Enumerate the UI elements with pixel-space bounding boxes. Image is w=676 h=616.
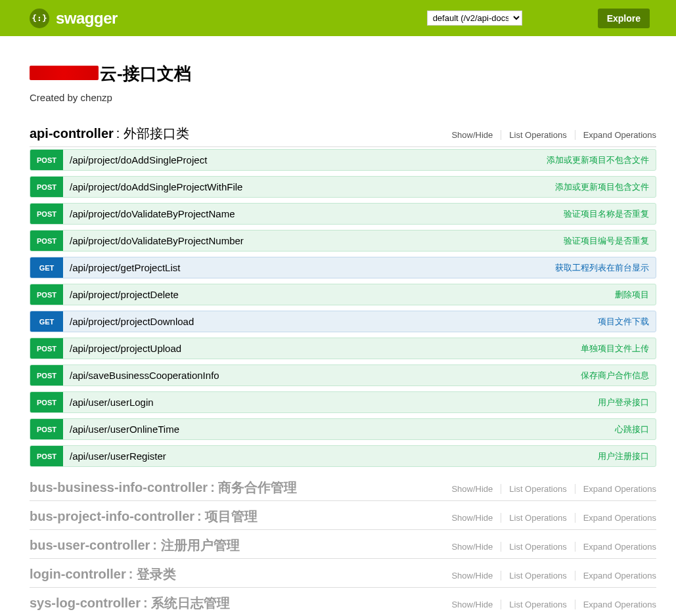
http-method-badge: POST [30, 419, 63, 439]
show-hide-link[interactable]: Show/Hide [443, 542, 501, 552]
endpoint-path[interactable]: /api/project/doValidateByProjectNumber [63, 235, 564, 246]
endpoint-summary[interactable]: 心跳接口 [615, 424, 656, 435]
http-method-badge: POST [30, 284, 63, 305]
endpoint-summary[interactable]: 项目文件下载 [598, 316, 656, 328]
http-method-badge: POST [30, 446, 63, 466]
endpoint-path[interactable]: /api/project/getProjectList [63, 262, 555, 273]
list-operations-link[interactable]: List Operations [501, 130, 575, 140]
controller-name[interactable]: bus-business-info-controller [30, 480, 208, 495]
endpoint-row[interactable]: POST/api/project/projectUpload单独项目文件上传 [30, 338, 656, 359]
expand-operations-link[interactable]: Expand Operations [575, 542, 656, 552]
endpoint-path[interactable]: /api/project/projectUpload [63, 343, 581, 354]
endpoint-summary[interactable]: 获取工程列表在前台显示 [555, 262, 656, 274]
list-operations-link[interactable]: List Operations [501, 513, 575, 523]
list-operations-link[interactable]: List Operations [501, 600, 575, 609]
controller-desc: 商务合作管理 [210, 479, 297, 496]
list-operations-link[interactable]: List Operations [501, 542, 575, 552]
controller-name[interactable]: api-controller [30, 126, 114, 141]
endpoint-row[interactable]: POST/api/user/userOnlineTime心跳接口 [30, 418, 656, 440]
endpoint-path[interactable]: /api/saveBusinessCooperationInfo [63, 370, 581, 381]
http-method-badge: POST [30, 150, 63, 170]
controller-name[interactable]: bus-user-controller [30, 538, 150, 553]
expand-operations-link[interactable]: Expand Operations [575, 484, 656, 494]
http-method-badge: GET [30, 311, 63, 332]
controller-name[interactable]: login-controller [30, 567, 126, 582]
endpoint-row[interactable]: GET/api/project/projectDownload项目文件下载 [30, 311, 656, 332]
expand-operations-link[interactable]: Expand Operations [575, 513, 656, 523]
endpoint-row[interactable]: POST/api/project/doValidateByProjectName… [30, 203, 656, 225]
controller-heading[interactable]: bus-user-controller注册用户管理Show/HideList O… [30, 531, 656, 559]
controller-heading[interactable]: sys-log-controller系统日志管理Show/HideList Op… [30, 589, 656, 616]
endpoint-path[interactable]: /api/user/userRegister [63, 451, 598, 462]
endpoint-path[interactable]: /api/project/projectDelete [63, 289, 615, 300]
endpoint-row[interactable]: GET/api/project/getProjectList获取工程列表在前台显… [30, 257, 656, 278]
controller-heading[interactable]: login-controller登录类Show/HideList Operati… [30, 560, 656, 588]
endpoint-row[interactable]: POST/api/user/userRegister用户注册接口 [30, 445, 656, 467]
endpoint-row[interactable]: POST/api/user/userLogin用户登录接口 [30, 391, 656, 413]
show-hide-link[interactable]: Show/Hide [443, 600, 501, 609]
show-hide-link[interactable]: Show/Hide [443, 130, 501, 140]
http-method-badge: GET [30, 257, 63, 278]
controller-name[interactable]: sys-log-controller [30, 596, 141, 611]
controller-heading[interactable]: api-controller外部接口类Show/HideList Operati… [30, 120, 656, 147]
controller-name[interactable]: bus-project-info-controller [30, 509, 194, 524]
endpoint-path[interactable]: /api/user/userLogin [63, 397, 598, 408]
show-hide-link[interactable]: Show/Hide [443, 484, 501, 494]
endpoint-row[interactable]: POST/api/project/projectDelete删除项目 [30, 284, 656, 305]
brand-text: swagger [56, 9, 118, 28]
endpoint-summary[interactable]: 删除项目 [615, 289, 656, 301]
endpoint-summary[interactable]: 单独项目文件上传 [581, 343, 656, 355]
endpoints-list: POST/api/project/doAddSingleProject添加或更新… [30, 149, 656, 467]
show-hide-link[interactable]: Show/Hide [443, 513, 501, 523]
endpoint-path[interactable]: /api/project/doValidateByProjectName [63, 208, 564, 219]
endpoint-path[interactable]: /api/project/projectDownload [63, 316, 598, 327]
redacted-text [30, 66, 99, 80]
http-method-badge: POST [30, 365, 63, 385]
show-hide-link[interactable]: Show/Hide [443, 571, 501, 581]
endpoint-summary[interactable]: 验证项目编号是否重复 [564, 235, 656, 247]
header-bar: {:} swagger default (/v2/api-docs) Explo… [0, 0, 676, 36]
explore-button[interactable]: Explore [598, 9, 650, 28]
expand-operations-link[interactable]: Expand Operations [575, 600, 656, 609]
expand-operations-link[interactable]: Expand Operations [575, 571, 656, 581]
endpoint-summary[interactable]: 添加或更新项目不包含文件 [547, 154, 656, 166]
expand-operations-link[interactable]: Expand Operations [575, 130, 656, 140]
endpoint-row[interactable]: POST/api/project/doValidateByProjectNumb… [30, 230, 656, 252]
author-text: Created by chenzp [30, 92, 656, 103]
controller-desc: 外部接口类 [116, 125, 189, 143]
endpoint-row[interactable]: POST/api/project/doAddSingleProjectWithF… [30, 176, 656, 198]
endpoint-summary[interactable]: 保存商户合作信息 [581, 370, 656, 382]
endpoint-summary[interactable]: 用户登录接口 [598, 397, 656, 408]
controller-heading[interactable]: bus-project-info-controller项目管理Show/Hide… [30, 502, 656, 530]
endpoint-path[interactable]: /api/project/doAddSingleProject [63, 154, 547, 165]
endpoint-path[interactable]: /api/user/userOnlineTime [63, 424, 615, 435]
endpoint-path[interactable]: /api/project/doAddSingleProjectWithFile [63, 181, 555, 192]
controller-desc: 登录类 [129, 565, 176, 583]
main-content: 云-接口文档 Created by chenzp api-controller外… [0, 36, 676, 616]
controller-desc: 项目管理 [197, 508, 258, 525]
swagger-icon: {:} [30, 9, 49, 28]
endpoint-summary[interactable]: 验证项目名称是否重复 [564, 208, 656, 220]
page-title-text: 云-接口文档 [100, 64, 191, 83]
endpoint-summary[interactable]: 用户注册接口 [598, 451, 656, 462]
controller-desc: 注册用户管理 [152, 537, 239, 554]
endpoint-row[interactable]: POST/api/saveBusinessCooperationInfo保存商户… [30, 364, 656, 386]
http-method-badge: POST [30, 177, 63, 197]
endpoint-summary[interactable]: 添加或更新项目包含文件 [555, 181, 656, 193]
controller-desc: 系统日志管理 [143, 594, 230, 612]
page-title: 云-接口文档 [30, 62, 191, 85]
http-method-badge: POST [30, 204, 63, 224]
controller-heading[interactable]: bus-business-info-controller商务合作管理Show/H… [30, 473, 656, 501]
endpoint-row[interactable]: POST/api/project/doAddSingleProject添加或更新… [30, 149, 656, 171]
http-method-badge: POST [30, 338, 63, 359]
list-operations-link[interactable]: List Operations [501, 484, 575, 494]
http-method-badge: POST [30, 392, 63, 412]
list-operations-link[interactable]: List Operations [501, 571, 575, 581]
brand-logo[interactable]: {:} swagger [30, 9, 118, 28]
http-method-badge: POST [30, 231, 63, 251]
api-selector[interactable]: default (/v2/api-docs) [427, 11, 522, 26]
